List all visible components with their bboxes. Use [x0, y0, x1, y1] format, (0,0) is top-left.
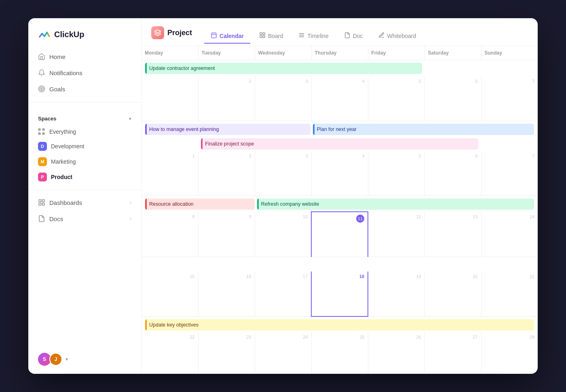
event-update-objectives[interactable]: Update key objectives [144, 318, 535, 331]
cell-sun-w2[interactable]: 7 [481, 151, 538, 196]
svg-point-1 [40, 87, 44, 91]
cell-mon-w2[interactable]: 1 [142, 151, 198, 196]
week3-events-cell: Resource allocation Refresh company webs… [142, 196, 538, 212]
spaces-section-header: Spaces ▾ [28, 107, 141, 125]
event-label: Plan for next year [317, 126, 357, 132]
svg-rect-12 [263, 33, 265, 35]
cell-thu-w4[interactable]: 18 [311, 272, 368, 316]
board-tab-label: Board [268, 33, 283, 39]
week2-dates-row: 1 2 3 4 5 6 7 [142, 151, 538, 196]
tab-whiteboard[interactable]: Whiteboard [372, 29, 423, 44]
tab-timeline[interactable]: Timeline [292, 29, 335, 44]
week2-events-cell2: Finalize project scope [142, 137, 538, 151]
cell-sat-w4[interactable]: 20 [424, 272, 481, 316]
cell-mon-w3[interactable]: 8 [142, 212, 198, 257]
sidebar-item-goals[interactable]: Goals [33, 81, 136, 97]
space-item-development[interactable]: D Development [28, 139, 141, 154]
space-everything-label: Everything [49, 129, 76, 135]
cell-thu-w1[interactable]: 4 [311, 76, 368, 121]
tab-doc[interactable]: Doc [338, 29, 370, 44]
target-icon [38, 85, 45, 93]
week3-events-row: Resource allocation Refresh company webs… [142, 196, 538, 212]
docs-chevron-icon: › [130, 216, 131, 221]
sidebar-item-docs[interactable]: Docs › [33, 211, 136, 226]
cell-wed-w4[interactable]: 17 [255, 272, 311, 316]
sidebar-item-dashboards[interactable]: Dashboards › [33, 195, 136, 210]
cell-mon-w1[interactable] [142, 76, 198, 121]
cell-fri-w5[interactable]: 26 [368, 332, 424, 374]
svg-rect-6 [42, 203, 44, 205]
week4-events-cell [142, 257, 538, 272]
cell-tue-w4[interactable]: 16 [198, 272, 255, 316]
cell-wed-w5[interactable]: 24 [255, 332, 311, 374]
svg-point-2 [41, 89, 42, 90]
today-badge: 11 [356, 215, 364, 223]
spaces-title: Spaces [38, 116, 57, 122]
footer-chevron-icon[interactable]: ▾ [65, 356, 68, 362]
space-item-everything[interactable]: Everything [28, 125, 141, 139]
sidebar-bottom-nav: Dashboards › Docs › [28, 195, 141, 227]
sidebar: ClickUp Home Notifications [28, 18, 142, 374]
cell-sat-w5[interactable]: 27 [424, 332, 481, 374]
event-manage-event[interactable]: How to manage event planning [144, 123, 312, 136]
spaces-chevron-icon[interactable]: ▾ [129, 116, 131, 122]
calendar-tab-label: Calendar [220, 33, 244, 39]
event-accent [201, 138, 203, 150]
cell-tue-w2[interactable]: 2 [198, 151, 255, 196]
cell-sun-w1[interactable]: 7 [481, 76, 538, 121]
sidebar-item-notifications[interactable]: Notifications [33, 65, 136, 80]
main-header: Project Calendar [142, 18, 538, 46]
event-finalize-scope[interactable]: Finalize project scope [200, 137, 479, 150]
cell-sat-w2[interactable]: 6 [424, 151, 481, 196]
cell-wed-w3[interactable]: 10 [255, 212, 311, 257]
project-icon [151, 26, 164, 39]
cell-fri-w4[interactable]: 19 [368, 272, 424, 316]
event-label: Update key objectives [149, 322, 199, 328]
cell-wed-w1[interactable]: 3 [255, 76, 311, 121]
project-header: Project [151, 26, 199, 46]
space-item-product[interactable]: P Product [28, 169, 141, 185]
event-plan-next-year[interactable]: Plan for next year [312, 123, 535, 136]
dashboards-icon [38, 199, 45, 206]
week3-dates-row: 8 9 10 11 12 13 14 [142, 212, 538, 257]
cell-sat-w1[interactable]: 6 [424, 76, 481, 121]
calendar-body: Update contractor agreement 2 3 4 [142, 60, 538, 374]
cell-tue-w3[interactable]: 9 [198, 212, 255, 257]
day-header-saturday: Saturday [424, 46, 481, 60]
event-accent [313, 124, 315, 135]
event-accent [145, 63, 147, 74]
week2-events-row2: Finalize project scope [142, 137, 538, 151]
event-refresh-website[interactable]: Refresh company website [256, 198, 535, 211]
cell-sat-w3[interactable]: 13 [424, 212, 481, 257]
cell-mon-w4[interactable]: 15 [142, 272, 198, 316]
event-resource-alloc[interactable]: Resource allocation [144, 198, 256, 211]
cell-fri-w2[interactable]: 5 [368, 151, 424, 196]
cell-thu-w2[interactable]: 4 [311, 151, 368, 196]
goals-label: Goals [49, 86, 65, 93]
cell-sun-w4[interactable]: 21 [481, 272, 538, 316]
tab-calendar[interactable]: Calendar [204, 29, 250, 44]
cell-thu-w5[interactable]: 25 [311, 332, 368, 374]
week5-events-cell: Update key objectives [142, 316, 538, 332]
timeline-tab-icon [298, 32, 305, 40]
cell-wed-w2[interactable]: 3 [255, 151, 311, 196]
cell-fri-w1[interactable]: 5 [368, 76, 424, 121]
cell-thu-w3[interactable]: 11 [311, 212, 368, 257]
logo-text: ClickUp [54, 30, 84, 39]
docs-label: Docs [49, 215, 63, 222]
sidebar-item-home[interactable]: Home [33, 49, 136, 64]
event-label: Resource allocation [149, 201, 194, 207]
cell-fri-w3[interactable]: 12 [368, 212, 424, 257]
cell-sun-w5[interactable]: 28 [481, 332, 538, 374]
event-accent [257, 198, 259, 210]
cell-mon-w5[interactable]: 22 [142, 332, 198, 374]
calendar-view: Monday Tuesday Wednesday Thursday Friday… [142, 46, 538, 374]
space-item-marketing[interactable]: M Marketing [28, 154, 141, 169]
event-contractor[interactable]: Update contractor agreement [144, 62, 423, 75]
development-label: Development [51, 143, 84, 150]
cell-tue-w5[interactable]: 23 [198, 332, 255, 374]
cell-sun-w3[interactable]: 14 [481, 212, 538, 257]
tab-board[interactable]: Board [253, 29, 289, 44]
event-label: How to manage event planning [149, 126, 219, 132]
cell-tue-w1[interactable]: 2 [198, 76, 255, 121]
